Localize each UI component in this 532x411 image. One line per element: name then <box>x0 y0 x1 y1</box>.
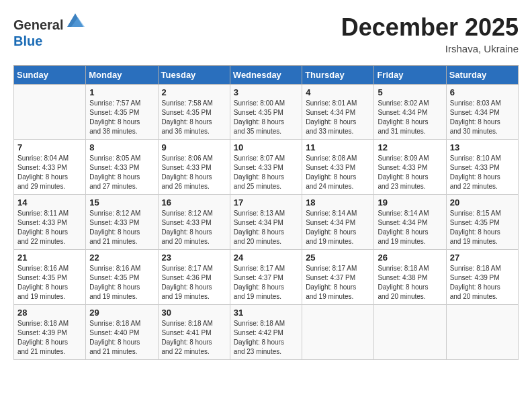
day-info: Sunrise: 8:00 AM Sunset: 4:35 PM Dayligh… <box>234 99 298 136</box>
calendar-cell: 1Sunrise: 7:57 AM Sunset: 4:35 PM Daylig… <box>86 85 158 140</box>
day-info: Sunrise: 8:16 AM Sunset: 4:35 PM Dayligh… <box>89 264 154 302</box>
calendar-cell: 30Sunrise: 8:18 AM Sunset: 4:41 PM Dayli… <box>158 305 230 360</box>
day-info: Sunrise: 8:05 AM Sunset: 4:33 PM Dayligh… <box>89 154 154 191</box>
calendar-header: SundayMondayTuesdayWednesdayThursdayFrid… <box>14 66 519 85</box>
day-info: Sunrise: 8:14 AM Sunset: 4:34 PM Dayligh… <box>378 209 442 246</box>
day-number: 18 <box>306 197 370 208</box>
day-number: 20 <box>450 197 515 208</box>
calendar-cell: 9Sunrise: 8:06 AM Sunset: 4:33 PM Daylig… <box>158 140 230 195</box>
day-info: Sunrise: 7:57 AM Sunset: 4:35 PM Dayligh… <box>89 99 154 136</box>
col-header-friday: Friday <box>374 66 446 85</box>
col-header-thursday: Thursday <box>302 66 374 85</box>
day-number: 4 <box>306 87 370 97</box>
day-info: Sunrise: 8:02 AM Sunset: 4:34 PM Dayligh… <box>378 99 442 136</box>
day-number: 29 <box>89 308 154 318</box>
day-number: 5 <box>378 87 442 97</box>
calendar-cell: 10Sunrise: 8:07 AM Sunset: 4:33 PM Dayli… <box>230 140 302 195</box>
logo-icon <box>64 11 86 30</box>
col-header-saturday: Saturday <box>446 66 518 85</box>
day-info: Sunrise: 8:10 AM Sunset: 4:33 PM Dayligh… <box>450 154 515 191</box>
day-number: 6 <box>450 87 515 97</box>
col-header-wednesday: Wednesday <box>230 66 302 85</box>
calendar-cell: 3Sunrise: 8:00 AM Sunset: 4:35 PM Daylig… <box>230 85 302 140</box>
day-number: 9 <box>162 142 226 152</box>
day-number: 1 <box>89 87 154 97</box>
calendar-cell: 18Sunrise: 8:14 AM Sunset: 4:34 PM Dayli… <box>302 195 374 250</box>
day-number: 25 <box>306 253 370 263</box>
logo-blue: Blue <box>13 34 42 48</box>
calendar-cell: 5Sunrise: 8:02 AM Sunset: 4:34 PM Daylig… <box>374 85 446 140</box>
logo: General Blue <box>13 13 86 49</box>
day-info: Sunrise: 8:16 AM Sunset: 4:35 PM Dayligh… <box>17 264 82 302</box>
day-info: Sunrise: 8:12 AM Sunset: 4:33 PM Dayligh… <box>162 209 226 246</box>
day-info: Sunrise: 8:13 AM Sunset: 4:34 PM Dayligh… <box>234 209 298 246</box>
calendar-cell: 20Sunrise: 8:15 AM Sunset: 4:35 PM Dayli… <box>446 195 518 250</box>
day-info: Sunrise: 8:03 AM Sunset: 4:34 PM Dayligh… <box>450 99 515 136</box>
calendar-week-2: 7Sunrise: 8:04 AM Sunset: 4:33 PM Daylig… <box>14 140 519 195</box>
day-number: 8 <box>89 142 154 152</box>
day-info: Sunrise: 8:17 AM Sunset: 4:37 PM Dayligh… <box>306 264 370 302</box>
calendar-cell <box>14 85 86 140</box>
day-number: 12 <box>378 142 442 152</box>
calendar-week-5: 28Sunrise: 8:18 AM Sunset: 4:39 PM Dayli… <box>14 305 519 360</box>
calendar-cell: 12Sunrise: 8:09 AM Sunset: 4:33 PM Dayli… <box>374 140 446 195</box>
calendar-cell: 11Sunrise: 8:08 AM Sunset: 4:33 PM Dayli… <box>302 140 374 195</box>
day-info: Sunrise: 8:09 AM Sunset: 4:33 PM Dayligh… <box>378 154 442 191</box>
calendar-table: SundayMondayTuesdayWednesdayThursdayFrid… <box>13 65 519 360</box>
day-info: Sunrise: 8:18 AM Sunset: 4:40 PM Dayligh… <box>89 319 154 357</box>
logo-general: General <box>13 17 63 32</box>
day-info: Sunrise: 8:17 AM Sunset: 4:37 PM Dayligh… <box>234 264 298 302</box>
calendar-cell: 29Sunrise: 8:18 AM Sunset: 4:40 PM Dayli… <box>86 305 158 360</box>
calendar-cell <box>302 305 374 360</box>
day-number: 30 <box>162 308 226 318</box>
day-info: Sunrise: 8:18 AM Sunset: 4:38 PM Dayligh… <box>378 264 442 302</box>
title-block: December 2025 Irshava, Ukraine <box>341 13 519 54</box>
day-info: Sunrise: 7:58 AM Sunset: 4:35 PM Dayligh… <box>162 99 226 136</box>
calendar-week-1: 1Sunrise: 7:57 AM Sunset: 4:35 PM Daylig… <box>14 85 519 140</box>
day-info: Sunrise: 8:06 AM Sunset: 4:33 PM Dayligh… <box>162 154 226 191</box>
calendar-cell: 27Sunrise: 8:18 AM Sunset: 4:39 PM Dayli… <box>446 250 518 305</box>
day-number: 28 <box>17 308 82 318</box>
calendar-cell <box>374 305 446 360</box>
calendar-cell: 6Sunrise: 8:03 AM Sunset: 4:34 PM Daylig… <box>446 85 518 140</box>
calendar-cell: 7Sunrise: 8:04 AM Sunset: 4:33 PM Daylig… <box>14 140 86 195</box>
day-number: 27 <box>450 253 515 263</box>
calendar-cell <box>446 305 518 360</box>
day-number: 26 <box>378 253 442 263</box>
day-number: 11 <box>306 142 370 152</box>
day-info: Sunrise: 8:11 AM Sunset: 4:33 PM Dayligh… <box>17 209 82 246</box>
day-info: Sunrise: 8:18 AM Sunset: 4:41 PM Dayligh… <box>162 319 226 357</box>
calendar-cell: 8Sunrise: 8:05 AM Sunset: 4:33 PM Daylig… <box>86 140 158 195</box>
day-info: Sunrise: 8:08 AM Sunset: 4:33 PM Dayligh… <box>306 154 370 191</box>
calendar-cell: 16Sunrise: 8:12 AM Sunset: 4:33 PM Dayli… <box>158 195 230 250</box>
calendar-cell: 2Sunrise: 7:58 AM Sunset: 4:35 PM Daylig… <box>158 85 230 140</box>
day-number: 17 <box>234 197 298 208</box>
day-info: Sunrise: 8:14 AM Sunset: 4:34 PM Dayligh… <box>306 209 370 246</box>
day-number: 13 <box>450 142 515 152</box>
day-number: 19 <box>378 197 442 208</box>
calendar-cell: 28Sunrise: 8:18 AM Sunset: 4:39 PM Dayli… <box>14 305 86 360</box>
calendar-cell: 21Sunrise: 8:16 AM Sunset: 4:35 PM Dayli… <box>14 250 86 305</box>
calendar-cell: 13Sunrise: 8:10 AM Sunset: 4:33 PM Dayli… <box>446 140 518 195</box>
day-number: 21 <box>17 253 82 263</box>
col-header-sunday: Sunday <box>14 66 86 85</box>
col-header-tuesday: Tuesday <box>158 66 230 85</box>
day-info: Sunrise: 8:01 AM Sunset: 4:34 PM Dayligh… <box>306 99 370 136</box>
day-number: 31 <box>234 308 298 318</box>
day-info: Sunrise: 8:12 AM Sunset: 4:33 PM Dayligh… <box>89 209 154 246</box>
page-header: General Blue December 2025 Irshava, Ukra… <box>13 13 519 54</box>
col-header-monday: Monday <box>86 66 158 85</box>
day-number: 2 <box>162 87 226 97</box>
day-number: 14 <box>17 197 82 208</box>
month-title: December 2025 <box>341 13 519 42</box>
day-info: Sunrise: 8:18 AM Sunset: 4:39 PM Dayligh… <box>17 319 82 357</box>
day-number: 15 <box>89 197 154 208</box>
calendar-week-4: 21Sunrise: 8:16 AM Sunset: 4:35 PM Dayli… <box>14 250 519 305</box>
calendar-cell: 23Sunrise: 8:17 AM Sunset: 4:36 PM Dayli… <box>158 250 230 305</box>
calendar-cell: 31Sunrise: 8:18 AM Sunset: 4:42 PM Dayli… <box>230 305 302 360</box>
day-info: Sunrise: 8:18 AM Sunset: 4:42 PM Dayligh… <box>234 319 298 357</box>
day-number: 3 <box>234 87 298 97</box>
calendar-cell: 22Sunrise: 8:16 AM Sunset: 4:35 PM Dayli… <box>86 250 158 305</box>
calendar-cell: 14Sunrise: 8:11 AM Sunset: 4:33 PM Dayli… <box>14 195 86 250</box>
calendar-cell: 4Sunrise: 8:01 AM Sunset: 4:34 PM Daylig… <box>302 85 374 140</box>
